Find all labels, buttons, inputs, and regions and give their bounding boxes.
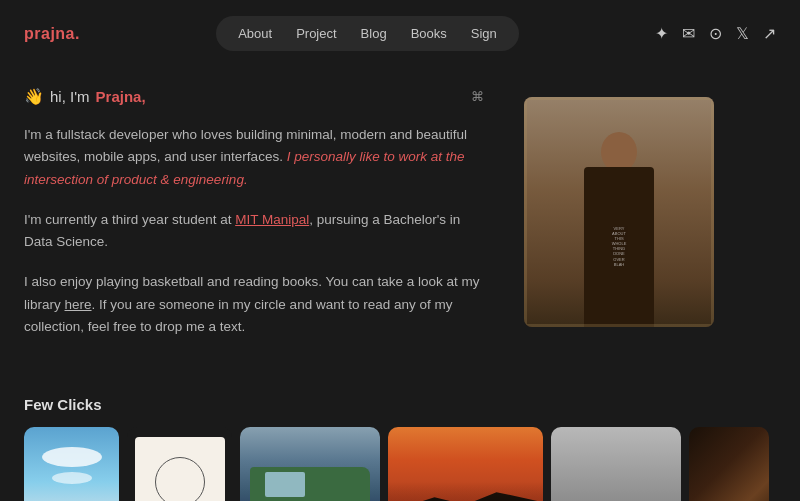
notes-paper [135,437,225,501]
library-link[interactable]: here [65,297,92,312]
auto-rickshaw [250,467,370,501]
bio-para-2-start: I'm currently a third year student at [24,212,235,227]
person-body: VERYABOUTTHISWHOLETHINGDONEOVERBLAH [584,167,654,327]
nav-link-about[interactable]: About [228,22,282,45]
nav-links-container: About Project Blog Books Sign [216,16,519,51]
twitter-icon[interactable]: 𝕏 [736,24,749,43]
nav-link-books[interactable]: Books [401,22,457,45]
github-icon[interactable]: ⊙ [709,24,722,43]
sun-icon[interactable]: ✦ [655,24,668,43]
nav-link-blog[interactable]: Blog [351,22,397,45]
cmd-icon: ⌘ [471,89,484,104]
chart-icon[interactable]: ↗ [763,24,776,43]
bio-section: 👋 hi, I'm Prajna, ⌘ I'm a fullstack deve… [24,87,484,356]
nav-link-project[interactable]: Project [286,22,346,45]
photo-card-sunset[interactable] [388,427,543,501]
navbar: prajna. About Project Blog Books Sign ✦ … [0,0,800,67]
bio-para-3: I also enjoy playing basketball and read… [24,271,484,338]
photo-card-dark[interactable] [689,427,769,501]
few-clicks-section: Few Clicks [0,386,800,501]
mit-manipal-link[interactable]: MIT Manipal [235,212,309,227]
site-logo[interactable]: prajna. [24,25,80,43]
few-clicks-title: Few Clicks [0,386,800,427]
shirt-text: VERYABOUTTHISWHOLETHINGDONEOVERBLAH [594,226,644,268]
photo-card-sky[interactable] [24,427,119,501]
handwriting-circle [155,457,205,501]
email-icon[interactable]: ✉ [682,24,695,43]
nav-link-sign[interactable]: Sign [461,22,507,45]
bio-para-1: I'm a fullstack developer who loves buil… [24,124,484,191]
cloud-shape-2 [52,472,92,484]
photo-card-notes[interactable] [127,427,232,501]
photo-strip [0,427,800,501]
cloud-shape-1 [42,447,102,467]
person-head [601,132,637,172]
car-window [265,472,305,497]
greeting-name: Prajna, [96,88,146,105]
photo-card-gray[interactable] [551,427,681,501]
wave-emoji: 👋 [24,87,44,106]
profile-image-container: VERYABOUTTHISWHOLETHINGDONEOVERBLAH [524,97,714,327]
main-content: 👋 hi, I'm Prajna, ⌘ I'm a fullstack deve… [0,67,800,386]
photo-card-street[interactable] [240,427,380,501]
bio-para-2: I'm currently a third year student at MI… [24,209,484,254]
nav-icon-group: ✦ ✉ ⊙ 𝕏 ↗ [655,24,776,43]
greeting-line: 👋 hi, I'm Prajna, ⌘ [24,87,484,106]
profile-image: VERYABOUTTHISWHOLETHINGDONEOVERBLAH [524,97,714,327]
greeting-prefix: hi, I'm [50,88,90,105]
